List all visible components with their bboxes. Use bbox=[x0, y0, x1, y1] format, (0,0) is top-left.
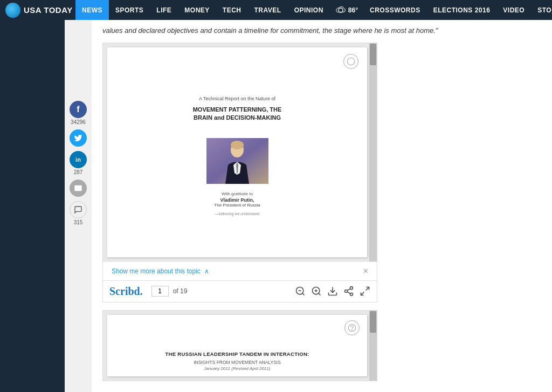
show-more-label: Show me more about this topic bbox=[112, 267, 201, 275]
linkedin-count: 287 bbox=[74, 169, 83, 175]
doc-attribution: With gratitude to Vladimir Putin, The Pr… bbox=[214, 191, 260, 208]
weather-temp: 86° bbox=[348, 6, 358, 14]
nav-opinion[interactable]: OPINION bbox=[288, 0, 330, 20]
svg-point-16 bbox=[350, 293, 353, 295]
comment-icon bbox=[70, 201, 87, 218]
fullscreen-button[interactable] bbox=[360, 286, 370, 297]
nav-crosswords[interactable]: CROSSWORDS bbox=[363, 0, 427, 20]
intro-text: values and declared objectives and conta… bbox=[102, 25, 541, 36]
doc-scroll-thumb bbox=[370, 44, 376, 65]
page-2-icon bbox=[347, 323, 357, 333]
doc-scrollbar[interactable] bbox=[369, 43, 377, 262]
logo-circle-icon bbox=[5, 3, 20, 18]
nav-stocks[interactable]: STOCKS bbox=[531, 0, 552, 20]
scribd-footer: Scribd. of 19 bbox=[103, 280, 377, 302]
show-more-text[interactable]: Show me more about this topic ∧ bbox=[112, 267, 209, 275]
linkedin-icon: in bbox=[70, 151, 87, 168]
main-content: values and declared objectives and conta… bbox=[92, 20, 552, 392]
doc-subtitle-2: INSIGHTS FROM MOVEMENT ANALYSIS bbox=[194, 360, 281, 365]
svg-point-15 bbox=[345, 290, 348, 293]
show-more-chevron: ∧ bbox=[204, 267, 209, 275]
logo-area[interactable]: USA TODAY bbox=[0, 3, 75, 18]
nav-elections[interactable]: ELECTIONS 2016 bbox=[427, 0, 497, 20]
doc-footer-text: —believing we understand bbox=[215, 212, 260, 216]
zoom-in-button[interactable] bbox=[311, 286, 322, 297]
show-more-bar: Show me more about this topic ∧ × bbox=[103, 262, 377, 280]
navbar: USA TODAY NEWS SPORTS LIFE MONEY TECH TR… bbox=[0, 0, 552, 20]
nav-travel[interactable]: TRAVEL bbox=[248, 0, 288, 20]
zoom-out-button[interactable] bbox=[295, 286, 306, 297]
doc-main-title: MOVEMENT PATTERNING, THEBRAIN and DECISI… bbox=[193, 106, 282, 122]
svg-point-1 bbox=[347, 58, 355, 65]
doc-image bbox=[206, 138, 268, 184]
doc-scroll-thumb-2 bbox=[370, 311, 376, 333]
close-button[interactable]: × bbox=[363, 266, 368, 276]
doc-attribution-title: The President of Russia bbox=[214, 203, 260, 208]
svg-point-14 bbox=[350, 287, 353, 290]
doc-subtitle: A Technical Report on the Nature of bbox=[193, 96, 282, 101]
doc-embed-2: THE RUSSIAN LEADERSHIP TANDEM IN INTERAC… bbox=[102, 310, 377, 381]
nav-news[interactable]: NEWS bbox=[75, 0, 109, 20]
doc-attribution-prefix: With gratitude to bbox=[214, 191, 260, 196]
nav-tech[interactable]: TECH bbox=[216, 0, 248, 20]
doc-page-1: A Technical Report on the Nature of MOVE… bbox=[107, 47, 367, 257]
nav-life[interactable]: LIFE bbox=[150, 0, 178, 20]
doc-fade bbox=[107, 236, 357, 257]
scribd-page-input[interactable] bbox=[151, 286, 169, 297]
comment-social[interactable]: 315 bbox=[70, 201, 87, 225]
nav-sports[interactable]: SPORTS bbox=[109, 0, 150, 20]
doc-viewer-2[interactable]: THE RUSSIAN LEADERSHIP TANDEM IN INTERAC… bbox=[103, 311, 377, 381]
facebook-icon: f bbox=[70, 101, 87, 118]
svg-line-17 bbox=[347, 292, 350, 293]
weather-icon bbox=[335, 5, 346, 16]
left-sidebar bbox=[0, 20, 65, 392]
doc-attribution-name: Vladimir Putin, bbox=[214, 197, 260, 203]
doc-date-2: January 2011 (Revised April 2011) bbox=[204, 366, 271, 371]
twitter-social[interactable] bbox=[70, 129, 87, 147]
doc-page-2: THE RUSSIAN LEADERSHIP TANDEM IN INTERAC… bbox=[107, 315, 367, 376]
download-button[interactable] bbox=[327, 286, 338, 297]
nav-money[interactable]: MONEY bbox=[178, 0, 216, 20]
linkedin-social[interactable]: in 287 bbox=[70, 151, 87, 175]
doc-page-circle bbox=[343, 54, 358, 69]
doc-title-area: A Technical Report on the Nature of MOVE… bbox=[193, 96, 282, 122]
email-icon bbox=[70, 180, 87, 197]
facebook-social[interactable]: f 34296 bbox=[70, 101, 87, 125]
email-social[interactable] bbox=[70, 180, 87, 197]
scribd-controls bbox=[295, 286, 370, 297]
doc-viewer-1[interactable]: A Technical Report on the Nature of MOVE… bbox=[103, 43, 377, 262]
svg-line-7 bbox=[302, 293, 305, 295]
social-bar: f 34296 in 287 315 bbox=[65, 20, 92, 225]
svg-line-20 bbox=[361, 292, 364, 295]
scribd-of-pages: of 19 bbox=[173, 287, 188, 295]
doc-page-2-circle bbox=[344, 320, 360, 335]
nav-items: NEWS SPORTS LIFE MONEY TECH TRAVEL OPINI… bbox=[75, 0, 552, 20]
svg-point-22 bbox=[351, 329, 352, 330]
nav-video[interactable]: VIDEO bbox=[496, 0, 531, 20]
doc-scrollbar-2[interactable] bbox=[369, 311, 377, 381]
twitter-icon bbox=[70, 129, 87, 147]
doc-embed-1: A Technical Report on the Nature of MOVE… bbox=[102, 43, 377, 302]
scribd-logo: Scribd. bbox=[109, 285, 143, 298]
svg-point-5 bbox=[231, 141, 244, 149]
facebook-count: 34296 bbox=[71, 119, 86, 125]
comment-count: 315 bbox=[74, 219, 83, 225]
putin-image bbox=[206, 138, 268, 184]
svg-line-10 bbox=[319, 293, 321, 295]
svg-line-19 bbox=[366, 287, 369, 291]
doc-title-2: THE RUSSIAN LEADERSHIP TANDEM IN INTERAC… bbox=[165, 350, 309, 357]
share-button[interactable] bbox=[343, 286, 354, 297]
nav-weather: 86° bbox=[330, 0, 363, 20]
svg-line-18 bbox=[347, 288, 350, 290]
logo-text: USA TODAY bbox=[24, 5, 73, 15]
